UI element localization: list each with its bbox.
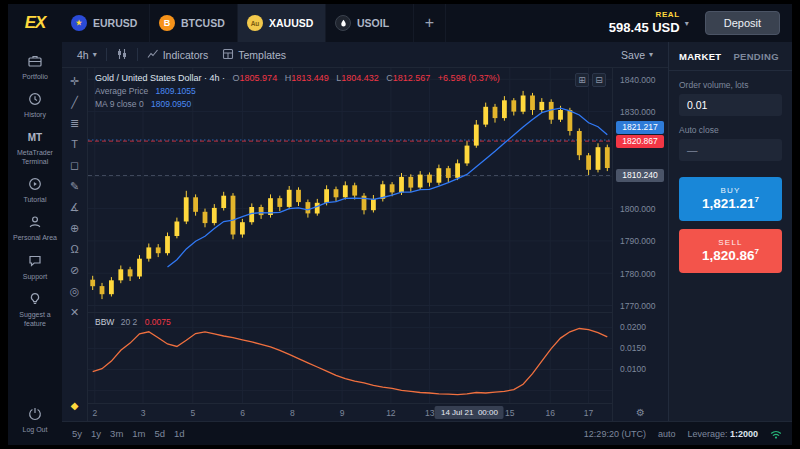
time-axis-label: 2 — [92, 408, 97, 418]
range-1d-button[interactable]: 1d — [174, 428, 185, 439]
deposit-button[interactable]: Deposit — [705, 11, 780, 35]
chart-legend: Gold / United States Dollar · 4h · O1805… — [95, 73, 500, 109]
range-5d-button[interactable]: 5d — [155, 428, 166, 439]
sidebar-item-history[interactable]: History — [8, 86, 62, 124]
zoom-tool-icon[interactable]: ⊕ — [66, 221, 84, 236]
buy-button[interactable]: BUY 1,821.217 — [679, 177, 782, 221]
account-balance: 598.45 USD — [609, 20, 680, 36]
price-change: +6.598 (0.37%) — [438, 73, 500, 83]
tab-pending[interactable]: PENDING — [733, 51, 778, 62]
sidebar-item-metatrader[interactable]: MT MetaTrader Terminal — [8, 124, 62, 171]
sidebar-item-label: History — [24, 110, 46, 119]
range-5y-button[interactable]: 5y — [72, 428, 82, 439]
tab-xauusd-active[interactable]: Au XAUUSD — [238, 4, 326, 42]
text-tool-icon[interactable]: T — [66, 137, 84, 152]
price-axis-label: 1800.000 — [620, 204, 655, 214]
range-1y-button[interactable]: 1y — [91, 428, 101, 439]
bbw-value: 0.0075 — [145, 317, 171, 327]
time-axis-label: 6 — [240, 408, 245, 418]
oil-drop-icon — [335, 15, 351, 31]
range-3m-button[interactable]: 3m — [110, 428, 123, 439]
chevron-down-icon: ▾ — [93, 50, 97, 59]
connection-signal-icon — [770, 425, 782, 443]
remove-drawings-icon[interactable]: ✕ — [66, 305, 84, 320]
account-selector[interactable]: REAL 598.45 USD ▾ — [609, 10, 689, 35]
leverage-info: Leverage: 1:2000 — [687, 429, 758, 439]
crosshair-tool-icon[interactable]: ✛ — [66, 74, 84, 89]
eu-flag-icon: ★ — [71, 15, 87, 31]
ohlc-close-value: 1812.567 — [393, 73, 431, 83]
price-axis-label: 1840.000 — [620, 75, 655, 85]
chart-column: 4h ▾ Indicators — [62, 42, 668, 421]
lock-drawings-icon[interactable]: ⊘ — [66, 263, 84, 278]
price-axis-label: 1830.000 — [620, 107, 655, 117]
overlay-name: MA 9 close 0 — [95, 99, 144, 109]
shapes-tool-icon[interactable]: ◻ — [66, 158, 84, 173]
sidebar-item-personal-area[interactable]: Personal Area — [8, 209, 62, 247]
sell-button[interactable]: SELL 1,820.867 — [679, 229, 782, 273]
metatrader-icon: MT — [28, 129, 42, 145]
header-right: REAL 598.45 USD ▾ Deposit — [609, 4, 792, 42]
account-type-badge: REAL — [609, 10, 680, 20]
axis-settings-gear-icon[interactable]: ⚙ — [636, 407, 645, 418]
sidebar-item-suggest-feature[interactable]: Suggest a feature — [8, 286, 62, 333]
overlay-value: 1809.1055 — [156, 86, 196, 96]
buy-price: 1,821.217 — [702, 195, 759, 211]
measure-tool-icon[interactable]: ∡ — [66, 200, 84, 215]
timeframe-selector[interactable]: 4h ▾ — [70, 46, 104, 64]
timezone-mode-toggle[interactable]: auto — [658, 429, 676, 439]
trendline-tool-icon[interactable]: ╱ — [66, 95, 84, 110]
user-icon — [27, 214, 43, 230]
sidebar-item-label: Support — [23, 272, 48, 281]
magnet-tool-icon[interactable]: Ω — [66, 242, 84, 257]
ohlc-high-value: 1813.449 — [291, 73, 329, 83]
bbw-indicator-legend: BBW 20 2 0.0075 — [95, 317, 171, 327]
range-1m-button[interactable]: 1m — [132, 428, 145, 439]
order-panel: MARKET PENDING Order volume, lots 0.01 A… — [668, 42, 792, 421]
time-axis-label: 9 — [340, 408, 345, 418]
bottom-status-bar: 5y 1y 3m 1m 5d 1d 12:29:20 (UTC) auto Le… — [62, 421, 792, 445]
sidebar-item-label: MetaTrader Terminal — [10, 148, 60, 166]
tab-usoil[interactable]: USOIL — [326, 4, 414, 42]
drawing-toolbar: ✛ ╱ ≣ T ◻ ✎ ∡ ⊕ Ω ⊘ ◎ ✕ ◆ — [62, 68, 88, 421]
order-volume-input[interactable]: 0.01 — [679, 94, 782, 116]
order-type-tabs: MARKET PENDING — [669, 42, 792, 71]
trading-terminal: EX ★ EURUSD B BTCUSD Au XAUUSD USOIL + — [8, 4, 792, 445]
auto-close-input[interactable]: — — [679, 139, 782, 161]
price-axis-label: 1790.000 — [620, 236, 655, 246]
tab-eurusd[interactable]: ★ EURUSD — [62, 4, 150, 42]
tab-market[interactable]: MARKET — [679, 51, 721, 62]
brush-tool-icon[interactable]: ✎ — [66, 179, 84, 194]
add-instrument-button[interactable]: + — [414, 4, 446, 42]
tab-label: EURUSD — [93, 17, 137, 29]
templates-button[interactable]: Templates — [215, 45, 293, 65]
price-tag: 1810.240 — [616, 169, 664, 182]
chart-style-button[interactable] — [109, 45, 135, 65]
chevron-down-icon: ▾ — [649, 50, 653, 59]
tab-label: USOIL — [357, 17, 389, 29]
sidebar-item-support[interactable]: Support — [8, 248, 62, 286]
price-axis[interactable]: ⚙ 1840.0001830.0001800.0001790.0001780.0… — [612, 68, 668, 421]
overlay-value: 1809.0950 — [151, 99, 191, 109]
collapse-pane-icon[interactable]: ⊟ — [592, 73, 606, 87]
logout-button[interactable]: Log Out — [8, 401, 62, 439]
fibonacci-tool-icon[interactable]: ≣ — [66, 116, 84, 131]
pane-buttons: ⊞ ⊟ — [575, 73, 606, 87]
save-layout-button[interactable]: Save ▾ — [614, 46, 660, 64]
indicators-button[interactable]: Indicators — [140, 45, 216, 65]
time-axis[interactable]: 235689121315161714 Jul 21 00:00 — [88, 403, 612, 421]
symbol-title: Gold / United States Dollar · 4h · — [95, 73, 225, 83]
instrument-tabs: ★ EURUSD B BTCUSD Au XAUUSD USOIL + — [62, 4, 446, 42]
server-clock: 12:29:20 (UTC) — [584, 429, 646, 439]
maximize-pane-icon[interactable]: ⊞ — [575, 73, 589, 87]
history-clock-icon — [27, 91, 43, 107]
tab-btcusd[interactable]: B BTCUSD — [150, 4, 238, 42]
templates-label: Templates — [238, 49, 286, 61]
hide-drawings-icon[interactable]: ◎ — [66, 284, 84, 299]
ohlc-low-value: 1804.432 — [341, 73, 379, 83]
top-bar: EX ★ EURUSD B BTCUSD Au XAUUSD USOIL + — [8, 4, 792, 42]
sidebar-item-portfolio[interactable]: Portfolio — [8, 48, 62, 86]
price-tag: 1821.217 — [616, 121, 664, 134]
sidebar-item-tutorial[interactable]: Tutorial — [8, 171, 62, 209]
chevron-down-icon: ▾ — [685, 19, 689, 28]
